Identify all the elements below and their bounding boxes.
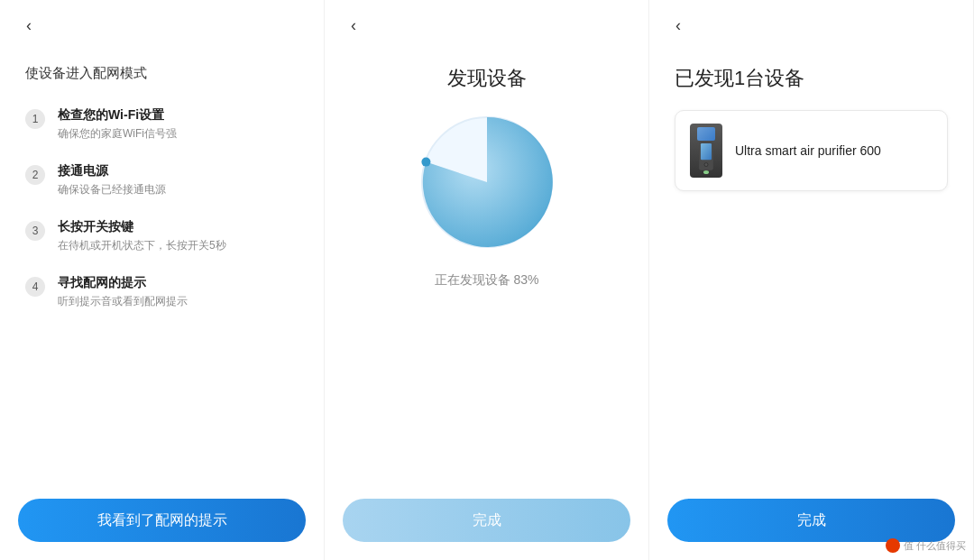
panel-setup: ‹ 使设备进入配网模式 1 检查您的Wi-Fi设置 确保您的家庭WiFi信号强 …: [0, 0, 325, 560]
svg-point-5: [704, 163, 707, 166]
step-number-2: 2: [25, 165, 45, 185]
step-item-1: 1 检查您的Wi-Fi设置 确保您的家庭WiFi信号强: [25, 107, 299, 142]
watermark: 值 什么值得买: [886, 538, 966, 553]
step-text-2: 接通电源 确保设备已经接通电源: [58, 163, 166, 197]
progress-text: 正在发现设备 83%: [435, 272, 539, 289]
step-title-2: 接通电源: [58, 163, 166, 179]
step-text-3: 长按开关按键 在待机或开机状态下，长按开关5秒: [58, 219, 226, 253]
step-number-4: 4: [25, 277, 45, 297]
step-title-4: 寻找配网的提示: [58, 275, 188, 291]
step-item-4: 4 寻找配网的提示 听到提示音或看到配网提示: [25, 275, 299, 309]
progress-pie: [415, 110, 559, 254]
step-item-3: 3 长按开关按键 在待机或开机状态下，长按开关5秒: [25, 219, 299, 253]
back-button-2[interactable]: ‹: [339, 11, 368, 40]
svg-rect-3: [701, 143, 712, 160]
panel2-content: 发现设备: [325, 50, 648, 484]
panel-discovering: ‹ 发现设备: [325, 0, 649, 560]
panel2-footer: 完成: [325, 484, 648, 560]
panel3-title: 已发现1台设备: [675, 65, 948, 92]
step-text-1: 检查您的Wi-Fi设置 确保您的家庭WiFi信号强: [58, 107, 177, 142]
back-button-1[interactable]: ‹: [14, 11, 43, 40]
panel-found: ‹ 已发现1台设备 Ultra smart air: [649, 0, 974, 560]
device-name: Ultra smart air purifier 600: [735, 143, 881, 158]
step-desc-3: 在待机或开机状态下，长按开关5秒: [58, 238, 226, 253]
spinner-container: 正在发现设备 83%: [350, 110, 623, 289]
panel1-header: ‹: [0, 0, 324, 50]
watermark-logo: [886, 538, 900, 553]
panel2-title: 发现设备: [350, 65, 623, 92]
complete-button-2: 完成: [343, 499, 630, 542]
step-list: 1 检查您的Wi-Fi设置 确保您的家庭WiFi信号强 2 接通电源 确保设备已…: [25, 107, 299, 309]
panel1-content: 使设备进入配网模式 1 检查您的Wi-Fi设置 确保您的家庭WiFi信号强 2 …: [0, 50, 324, 484]
panel1-title: 使设备进入配网模式: [25, 65, 299, 82]
device-card[interactable]: Ultra smart air purifier 600: [675, 110, 948, 191]
step-desc-2: 确保设备已经接通电源: [58, 182, 166, 197]
panel3-header: ‹: [649, 0, 973, 50]
svg-point-1: [421, 158, 430, 167]
back-button-3[interactable]: ‹: [664, 11, 693, 40]
watermark-text: 值 什么值得买: [904, 539, 966, 553]
step-desc-4: 听到提示音或看到配网提示: [58, 294, 188, 309]
step-text-4: 寻找配网的提示 听到提示音或看到配网提示: [58, 275, 188, 309]
step-number-1: 1: [25, 109, 45, 129]
step-number-3: 3: [25, 221, 45, 241]
panel3-content: 已发现1台设备 Ultra smart air purifier 60: [649, 50, 973, 484]
device-icon: [690, 124, 722, 178]
step-title-1: 检查您的Wi-Fi设置: [58, 107, 177, 124]
step-title-3: 长按开关按键: [58, 219, 226, 235]
step-desc-1: 确保您的家庭WiFi信号强: [58, 126, 177, 142]
panel1-footer: 我看到了配网的提示: [0, 484, 324, 560]
step-item-2: 2 接通电源 确保设备已经接通电源: [25, 163, 299, 197]
complete-button-3[interactable]: 完成: [667, 499, 955, 542]
confirm-button-1[interactable]: 我看到了配网的提示: [18, 499, 306, 542]
panel2-header: ‹: [325, 0, 648, 50]
